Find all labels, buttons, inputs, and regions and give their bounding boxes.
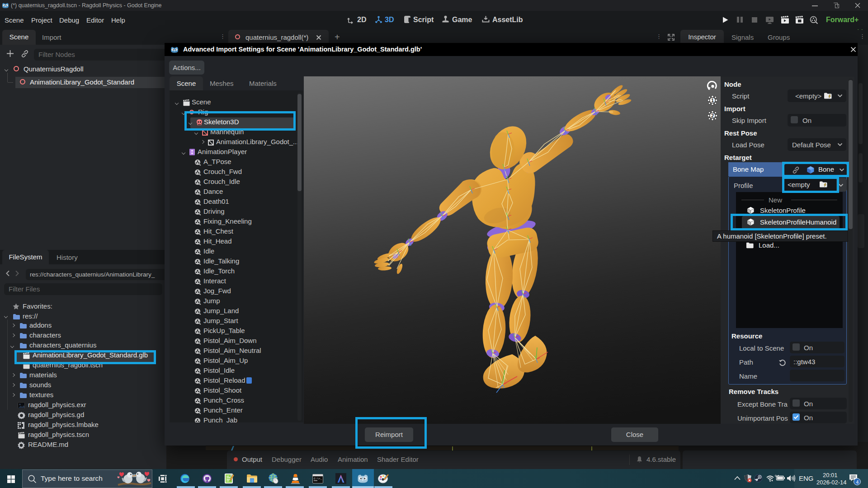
- svg-text:2: 2: [711, 113, 714, 118]
- svg-text:1: 1: [711, 98, 714, 103]
- svg-text:TXT: TXT: [19, 446, 24, 449]
- svg-text:C:\>_: C:\>_: [314, 477, 322, 480]
